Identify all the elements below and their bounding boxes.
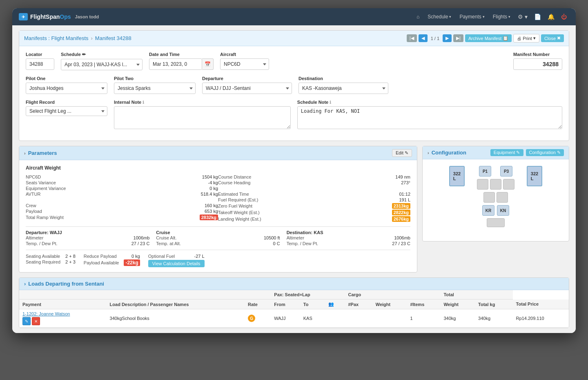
home-nav-btn[interactable]: ⌂ [413, 12, 423, 21]
pilot-two-label: Pilot Two [114, 76, 196, 81]
manifest-number-input[interactable] [513, 58, 562, 70]
datetime-input[interactable] [149, 58, 202, 70]
doc-nav-btn[interactable]: 📄 [532, 12, 543, 22]
internal-note-label: Internal Note ℹ [114, 100, 291, 105]
first-page-btn[interactable]: |◀ [407, 34, 417, 42]
params-left-col: NPC6D1504 kg Seats Variance-4 kg Equipme… [26, 174, 218, 222]
seat-mid-1[interactable] [477, 179, 488, 190]
schedule-nav-btn[interactable]: Schedule ▾ [424, 12, 454, 21]
view-calc-btn[interactable]: View Calculation Details [148, 260, 205, 267]
departure-select[interactable]: WAJJ / DJJ -Sentani [202, 83, 292, 94]
seat-mid-2[interactable] [490, 179, 501, 190]
param-row-tow: Takeoff Weight (Est.)2822kg [218, 209, 410, 216]
flight-record-group: Flight Record Select Flight Leg ... [26, 100, 107, 116]
th-cargo-weight: Weight [440, 300, 475, 309]
breadcrumb-manifests[interactable]: Manifests : Flight Manifests [24, 35, 89, 41]
total-ramp-value: 2832kg [200, 215, 218, 220]
rate-badge: G [248, 315, 255, 322]
form-row-3: Flight Record Select Flight Leg ... Inte… [26, 100, 562, 129]
locator-input[interactable] [26, 58, 54, 70]
schedule-select[interactable]: Apr 03, 2023 | WAJJ-KAS l... [61, 59, 143, 70]
payload-available-value: -22kg [124, 259, 140, 266]
seat-bottom[interactable] [487, 218, 505, 227]
navbar-nav: ⌂ Schedule ▾ Payments ▾ Flights ▾ ⚙ ▾ 📄 … [413, 12, 569, 22]
pilot-row: P1 P3 [479, 166, 512, 177]
print-btn[interactable]: 🖨 Print ▾ [513, 34, 539, 42]
schedule-group: Schedule ✏ Apr 03, 2023 | WAJJ-KAS l... [61, 52, 143, 70]
seat-322L-right[interactable]: 322L [527, 166, 542, 186]
kr-kn-row: KR KN [482, 205, 509, 216]
td-load-desc: 340kgSchool Books [107, 309, 245, 328]
th-pax-group: Pax: Seated+Lap [271, 290, 345, 300]
prev-page-btn[interactable]: ◀ [419, 34, 428, 42]
param-row: Course Distance149 nm [218, 174, 410, 180]
departure-label: Departure [202, 76, 292, 81]
seat-322L-left[interactable]: 322L [449, 166, 465, 186]
manifest-number-label: Manifest Number [513, 52, 562, 57]
seat-p3[interactable]: P3 [500, 166, 512, 177]
destination-select[interactable]: KAS -Kasonaweja [298, 83, 388, 94]
equipment-btn[interactable]: Equipment ✎ [490, 149, 523, 156]
delete-load-btn[interactable]: ✕ [32, 317, 40, 325]
th-load-desc: Load Description / Passenger Names [107, 300, 245, 309]
aircraft-select[interactable]: NPC6D [220, 58, 269, 70]
destination-label: Destination [298, 76, 388, 81]
edit-load-btn[interactable]: ✎ [22, 317, 31, 325]
archive-manifest-btn[interactable]: Archive Manifest 📋 [465, 34, 512, 42]
power-nav-btn[interactable]: ⏻ [559, 12, 569, 22]
loads-toggle[interactable]: › [24, 281, 26, 287]
settings-nav-btn[interactable]: ⚙ ▾ [515, 12, 530, 22]
param-row: Equipment Variance0 kg [26, 186, 218, 191]
aircraft-weight-title: Aircraft Weight [26, 165, 410, 171]
configuration-toggle[interactable]: › [428, 150, 429, 155]
seat-kn[interactable]: KN [497, 205, 509, 216]
schedule-note-group: Schedule Note ℹ Loading For KAS, NOI [297, 100, 562, 129]
next-page-btn[interactable]: ▶ [443, 34, 452, 42]
flight-record-label: Flight Record [26, 100, 107, 105]
locator-label: Locator [26, 52, 54, 57]
payments-nav-btn[interactable]: Payments ▾ [456, 12, 488, 21]
aircraft-group: Aircraft NPC6D [220, 52, 269, 70]
departure-station-header: Departure: WAJJ [26, 230, 149, 235]
calendar-icon[interactable]: 📅 [202, 58, 214, 70]
th-pax-icon: 👥 [325, 300, 345, 309]
bell-nav-btn[interactable]: 🔔 [545, 12, 557, 22]
seat-mid-5[interactable] [497, 192, 508, 203]
parameters-toggle[interactable]: › [24, 151, 26, 156]
breadcrumb-sep: › [91, 35, 93, 41]
main-content: Manifests : Flight Manifests › Manifest … [12, 25, 576, 333]
cruise-station-col: Cruise Cruise Alt.10500 ft Temp. at Alt.… [156, 230, 280, 246]
breadcrumb-current: Manifest 34288 [95, 35, 131, 41]
schedule-note-textarea[interactable]: Loading For KAS, NOI [297, 106, 562, 129]
last-page-btn[interactable]: ▶| [453, 34, 463, 42]
configuration-btn[interactable]: Configuration ✎ [526, 149, 564, 156]
close-btn[interactable]: Close ✖ [541, 34, 564, 42]
params-config-row: › Parameters Edit ✎ Aircraft Weight NPC6… [19, 146, 569, 273]
payment-link[interactable]: 1-1202: Joanne Watson [22, 311, 103, 316]
dest-station-header: Destination: KAS [287, 230, 410, 235]
navbar-user: Jason todd [75, 14, 99, 19]
td-cargo-weight: 340kg [440, 309, 475, 328]
seat-mid-4[interactable] [483, 192, 495, 203]
aircraft-label: Aircraft [220, 52, 269, 57]
seat-kr[interactable]: KR [482, 205, 494, 216]
flight-record-select[interactable]: Select Flight Leg ... [26, 106, 107, 116]
td-num-pax [345, 309, 372, 328]
param-row: Optional Fuel-27 L [148, 253, 205, 259]
flights-nav-btn[interactable]: Flights ▾ [490, 12, 514, 21]
seat-mid-3[interactable] [503, 179, 514, 190]
pilot-two-select[interactable]: Jessica Sparks [114, 83, 196, 94]
seat-p1[interactable]: P1 [479, 166, 491, 177]
loads-header: › Loads Departing from Sentani [19, 278, 569, 290]
internal-note-textarea[interactable] [114, 106, 291, 129]
seat-layout: 322L P1 P3 [431, 166, 561, 227]
pilot-one-select[interactable]: Joshua Hodges [26, 83, 107, 94]
td-payment: 1-1202: Joanne Watson ✎ ✕ [19, 309, 107, 328]
parameters-edit-btn[interactable]: Edit ✎ [392, 149, 412, 157]
parameters-card: › Parameters Edit ✎ Aircraft Weight NPC6… [19, 146, 417, 273]
th-num-pax: #Pax [345, 300, 372, 309]
pilot-two-group: Pilot Two Jessica Sparks [114, 76, 196, 94]
th-to: To [300, 300, 325, 309]
th-total-price: Total Price [513, 300, 569, 309]
param-row: Crew160 kg [26, 203, 218, 208]
